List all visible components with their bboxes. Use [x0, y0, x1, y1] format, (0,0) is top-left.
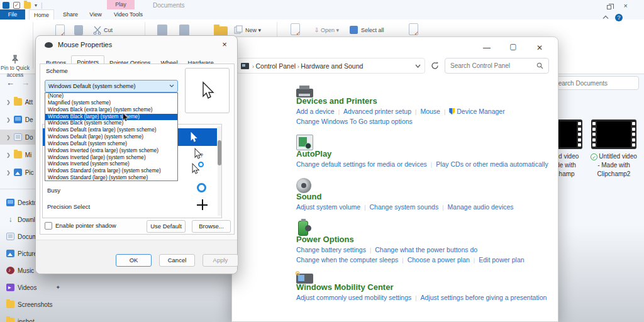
tab-share[interactable]: Share: [58, 9, 83, 19]
section-title[interactable]: AutoPlay: [296, 149, 554, 158]
ok-button[interactable]: OK: [116, 254, 152, 267]
link-change-system-sounds[interactable]: Change system sounds: [369, 203, 438, 211]
apply-button[interactable]: Apply: [203, 254, 238, 267]
close-icon[interactable]: ×: [624, 3, 628, 9]
close-icon[interactable]: ✕: [535, 43, 544, 52]
new-button[interactable]: New ▾: [245, 27, 261, 33]
scheme-option[interactable]: Windows Standard (extra large) (system s…: [45, 168, 177, 175]
link-change-windows-to-go-startup-options[interactable]: Change Windows To Go startup options: [296, 118, 413, 125]
minimize-icon[interactable]: —: [482, 43, 491, 52]
use-default-button[interactable]: Use Default: [147, 220, 186, 233]
close-icon[interactable]: ×: [219, 40, 230, 49]
pointer-shadow-checkbox[interactable]: [45, 222, 52, 230]
link-change-default-settings-for-media-or-devices[interactable]: Change default settings for media or dev…: [296, 160, 427, 168]
paste-icon[interactable]: [55, 25, 65, 36]
history-doc-icon[interactable]: [409, 23, 418, 35]
desktop-chevron-icon[interactable]: ❯: [6, 117, 11, 123]
link-change-what-the-power-buttons-do[interactable]: Change what the power buttons do: [375, 246, 477, 253]
sidebar-item-screenshots[interactable]: Screenshots: [0, 297, 64, 312]
scheme-option[interactable]: Magnified (system scheme): [45, 100, 177, 107]
scheme-option[interactable]: Windows Default (large) (system scheme): [45, 134, 177, 141]
collapse-ribbon-icon[interactable]: [602, 15, 609, 19]
scheme-option[interactable]: Windows Inverted (extra large) (system s…: [45, 148, 177, 155]
scheme-option[interactable]: Windows Standard (large) (system scheme): [45, 175, 177, 182]
link-add-a-device[interactable]: Add a device: [296, 108, 335, 115]
section-title[interactable]: Sound: [296, 192, 554, 201]
help-icon[interactable]: ?: [615, 14, 623, 21]
search-control-panel-box[interactable]: [445, 58, 549, 74]
maximize-icon[interactable]: ▢: [509, 42, 518, 51]
cut-label[interactable]: Cut: [104, 27, 113, 33]
forward-icon[interactable]: →: [21, 78, 30, 87]
folder-chevron-icon[interactable]: ❯: [6, 152, 11, 158]
busy-row-label[interactable]: Busy: [47, 187, 60, 194]
scheme-dropdown-list[interactable]: (None)Magnified (system scheme)Windows B…: [45, 92, 178, 181]
properties-doc-icon[interactable]: [291, 23, 300, 35]
scheme-option[interactable]: Windows Default (extra large) (system sc…: [45, 127, 177, 134]
scheme-combobox[interactable]: Windows Default (system scheme): [45, 80, 178, 92]
tab-video-tools[interactable]: Video Tools: [107, 9, 150, 19]
link-change-when-the-computer-sleeps[interactable]: Change when the computer sleeps: [296, 256, 398, 264]
scheme-option[interactable]: Windows Inverted (large) (system scheme): [45, 155, 177, 162]
copy-icon[interactable]: [74, 25, 83, 35]
scheme-option[interactable]: Windows Black (extra large) (system sche…: [45, 107, 177, 114]
refresh-icon[interactable]: [431, 62, 439, 70]
file-tile[interactable]: ✓Untitled video- Made withClipchamp2: [590, 119, 638, 179]
sidebar-item-videos[interactable]: Videos✦: [0, 280, 64, 295]
new-folder-ribbon-icon[interactable]: [214, 26, 228, 36]
section-title[interactable]: Devices and Printers: [296, 96, 554, 106]
breadcrumb[interactable]: › Control Panel › Hardware and Sound: [236, 58, 425, 74]
properties-check-icon[interactable]: ✓: [13, 2, 20, 9]
link-advanced-printer-setup[interactable]: Advanced printer setup: [343, 108, 411, 115]
pin-to-quick-access-button[interactable]: Pin to Quick access: [0, 55, 30, 79]
link-edit-power-plan[interactable]: Edit power plan: [479, 256, 524, 264]
arrow-cursor-icon: [201, 81, 214, 100]
link-choose-a-power-plan[interactable]: Choose a power plan: [408, 256, 470, 264]
delete-icon[interactable]: [179, 25, 189, 36]
open-button[interactable]: ⇩ Open ▾: [314, 27, 339, 33]
tab-view[interactable]: View: [84, 9, 107, 19]
scheme-option[interactable]: Windows Black (system scheme): [45, 120, 177, 127]
link-change-battery-settings[interactable]: Change battery settings: [296, 246, 366, 253]
customize-scrollbar[interactable]: [218, 126, 221, 216]
section-title[interactable]: Windows Mobility Center: [296, 282, 554, 292]
cut-icon[interactable]: [93, 26, 102, 35]
chevron-down-icon[interactable]: [415, 64, 421, 68]
precision-select-row-label[interactable]: Precision Select: [47, 203, 90, 210]
search-documents-input[interactable]: [554, 80, 637, 87]
tab-file[interactable]: File: [0, 9, 25, 19]
link-adjust-system-volume[interactable]: Adjust system volume: [296, 203, 360, 211]
browse-button[interactable]: Browse...: [192, 220, 231, 233]
desktop-icon: [6, 199, 14, 206]
sidebar-item-inshot[interactable]: inshot: [0, 314, 64, 322]
link-manage-audio-devices[interactable]: Manage audio devices: [448, 203, 514, 211]
folder-chevron-icon[interactable]: ❯: [6, 99, 11, 105]
link-adjust-settings-before-giving-a-presentation[interactable]: Adjust settings before giving a presenta…: [421, 294, 547, 301]
file-name-line: - Made with: [590, 161, 638, 170]
back-icon[interactable]: ←: [6, 78, 14, 87]
tab-home[interactable]: Home: [29, 9, 54, 19]
breadcrumb-item[interactable]: Control Panel: [256, 62, 296, 70]
link-device-manager[interactable]: Device Manager: [449, 108, 504, 115]
qat-dropdown-icon[interactable]: ▾: [35, 3, 37, 8]
documents-chevron-icon[interactable]: ❯: [6, 135, 11, 140]
breadcrumb-item[interactable]: Hardware and Sound: [301, 62, 363, 70]
section-title[interactable]: Power Options: [296, 235, 554, 244]
link-play-cds-or-other-media-automatically[interactable]: Play CDs or other media automatically: [436, 160, 548, 168]
search-control-panel-input[interactable]: [450, 62, 536, 69]
move-to-icon[interactable]: [157, 25, 167, 36]
scheme-option[interactable]: Windows Black (large) (system scheme): [45, 114, 177, 121]
help-select-cursor-icon: ?: [193, 148, 203, 160]
downloads-icon: ↓: [6, 216, 14, 223]
pictures-chevron-icon[interactable]: ❯: [6, 170, 11, 175]
search-documents-box[interactable]: [548, 76, 639, 90]
scheme-option[interactable]: Windows Inverted (system scheme): [45, 161, 177, 168]
scheme-option[interactable]: Windows Default (system scheme): [45, 141, 177, 148]
scrollbar-thumb[interactable]: [218, 140, 221, 165]
scheme-option[interactable]: (None): [45, 93, 177, 100]
link-mouse[interactable]: Mouse: [420, 108, 440, 115]
new-folder-icon[interactable]: [24, 2, 31, 9]
cancel-button[interactable]: Cancel: [159, 254, 195, 267]
select-all-button[interactable]: Select all: [361, 27, 384, 33]
link-adjust-commonly-used-mobility-settings[interactable]: Adjust commonly used mobility settings: [296, 294, 411, 301]
